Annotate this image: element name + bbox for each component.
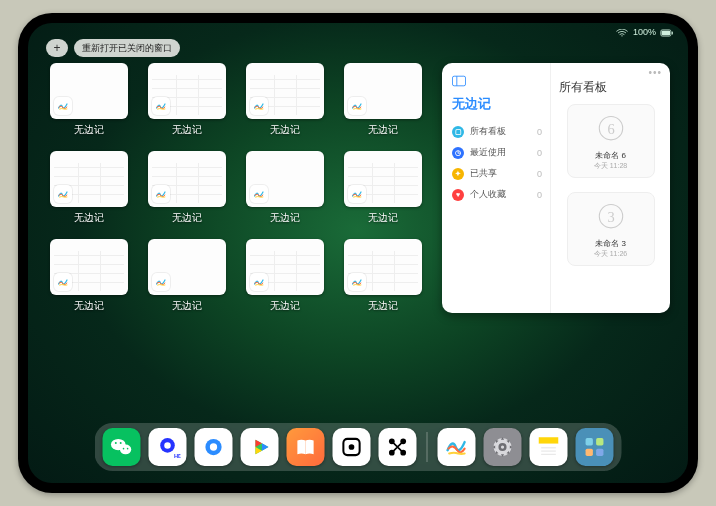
sidebar-item[interactable]: ▢所有看板0 [452, 121, 542, 142]
sidebar-item-label: 最近使用 [470, 146, 506, 159]
window-thumb[interactable]: 无边记 [46, 151, 132, 229]
svg-point-17 [164, 442, 171, 449]
svg-text:3: 3 [607, 208, 614, 224]
window-thumb[interactable]: 无边记 [340, 239, 426, 317]
boards-pane: ••• 所有看板 6未命名 6今天 11:283未命名 3今天 11:26 [550, 63, 670, 313]
window-label: 无边记 [74, 123, 104, 137]
freeform-icon[interactable] [438, 428, 476, 466]
freeform-app-icon [250, 97, 268, 115]
window-label: 无边记 [270, 123, 300, 137]
svg-point-13 [120, 442, 122, 444]
sidebar-item[interactable]: ✦已共享0 [452, 163, 542, 184]
svg-rect-3 [672, 31, 673, 34]
sidebar-item[interactable]: ◷最近使用0 [452, 142, 542, 163]
svg-text:HD: HD [174, 453, 181, 459]
svg-point-26 [349, 444, 355, 450]
sidebar-item[interactable]: ♥个人收藏0 [452, 184, 542, 205]
freeform-library-window[interactable]: 无边记 ▢所有看板0◷最近使用0✦已共享0♥个人收藏0 ••• 所有看板 6未命… [442, 63, 670, 313]
window-thumb[interactable]: 无边记 [144, 239, 230, 317]
svg-rect-42 [596, 449, 603, 456]
svg-rect-39 [586, 438, 593, 445]
svg-text:6: 6 [607, 120, 614, 136]
svg-point-11 [120, 445, 131, 455]
freeform-app-icon [348, 185, 366, 203]
freeform-app-icon [250, 273, 268, 291]
sidebar-item-icon: ▢ [452, 126, 464, 138]
sidebar-item-count: 0 [537, 190, 542, 200]
battery-text: 100% [633, 27, 656, 37]
window-thumb[interactable]: 无边记 [242, 151, 328, 229]
window-label: 无边记 [74, 211, 104, 225]
svg-point-33 [501, 445, 504, 448]
window-label: 无边记 [172, 299, 202, 313]
window-thumb[interactable]: 无边记 [144, 63, 230, 141]
freeform-app-icon [54, 97, 72, 115]
svg-point-14 [123, 448, 125, 450]
sidebar-item-icon: ♥ [452, 189, 464, 201]
freeform-app-icon [152, 273, 170, 291]
window-grid: 无边记无边记无边记无边记无边记无边记无边记无边记无边记无边记无边记无边记 [46, 63, 442, 427]
board-date: 今天 11:26 [594, 249, 627, 259]
svg-point-12 [115, 442, 117, 444]
board-sketch-icon: 3 [593, 200, 629, 236]
svg-marker-24 [262, 443, 269, 450]
board-name: 未命名 3 [595, 238, 626, 249]
window-label: 无边记 [74, 299, 104, 313]
share-icon[interactable] [379, 428, 417, 466]
wechat-icon[interactable] [103, 428, 141, 466]
freeform-app-icon [152, 185, 170, 203]
battery-icon [660, 23, 674, 41]
board-card[interactable]: 6未命名 6今天 11:28 [567, 104, 655, 178]
svg-rect-41 [586, 449, 593, 456]
dock: HD [95, 423, 622, 471]
svg-rect-2 [662, 31, 671, 36]
quark-hd-icon[interactable]: HD [149, 428, 187, 466]
app-library-icon[interactable] [576, 428, 614, 466]
freeform-app-icon [250, 185, 268, 203]
boards-title: 所有看板 [559, 79, 662, 96]
board-name: 未命名 6 [595, 150, 626, 161]
window-thumb[interactable]: 无边记 [242, 239, 328, 317]
reopen-closed-window-button[interactable]: 重新打开已关闭的窗口 [74, 39, 180, 57]
sidebar-item-count: 0 [537, 169, 542, 179]
svg-rect-40 [596, 438, 603, 445]
dice-icon[interactable] [333, 428, 371, 466]
svg-point-15 [127, 448, 129, 450]
sidebar-title: 无边记 [452, 95, 542, 113]
svg-rect-35 [539, 444, 559, 457]
window-label: 无边记 [368, 123, 398, 137]
sidebar-item-icon: ✦ [452, 168, 464, 180]
board-sketch-icon: 6 [593, 112, 629, 148]
play-icon[interactable] [241, 428, 279, 466]
window-label: 无边记 [172, 211, 202, 225]
new-window-button[interactable]: + [46, 39, 68, 57]
svg-rect-34 [539, 437, 559, 444]
svg-rect-4 [452, 76, 465, 86]
wifi-icon [615, 23, 629, 41]
screen: 100% + 重新打开已关闭的窗口 无边记无边记无边记无边记无边记无边记无边记无… [28, 23, 688, 483]
window-label: 无边记 [270, 299, 300, 313]
window-thumb[interactable]: 无边记 [242, 63, 328, 141]
freeform-app-icon [348, 97, 366, 115]
quark-icon[interactable] [195, 428, 233, 466]
settings-icon[interactable] [484, 428, 522, 466]
sidebar-item-icon: ◷ [452, 147, 464, 159]
window-label: 无边记 [172, 123, 202, 137]
window-label: 无边记 [270, 211, 300, 225]
board-card[interactable]: 3未命名 3今天 11:26 [567, 192, 655, 266]
window-thumb[interactable]: 无边记 [46, 239, 132, 317]
window-thumb[interactable]: 无边记 [340, 151, 426, 229]
more-icon[interactable]: ••• [648, 67, 662, 78]
window-label: 无边记 [368, 299, 398, 313]
window-thumb[interactable]: 无边记 [340, 63, 426, 141]
svg-point-20 [210, 443, 217, 450]
freeform-app-icon [348, 273, 366, 291]
notes-icon[interactable] [530, 428, 568, 466]
freeform-app-icon [54, 273, 72, 291]
window-thumb[interactable]: 无边记 [144, 151, 230, 229]
sidebar-toggle-icon[interactable] [452, 73, 466, 91]
window-thumb[interactable]: 无边记 [46, 63, 132, 141]
sidebar-item-count: 0 [537, 127, 542, 137]
sidebar-item-label: 已共享 [470, 167, 497, 180]
books-icon[interactable] [287, 428, 325, 466]
